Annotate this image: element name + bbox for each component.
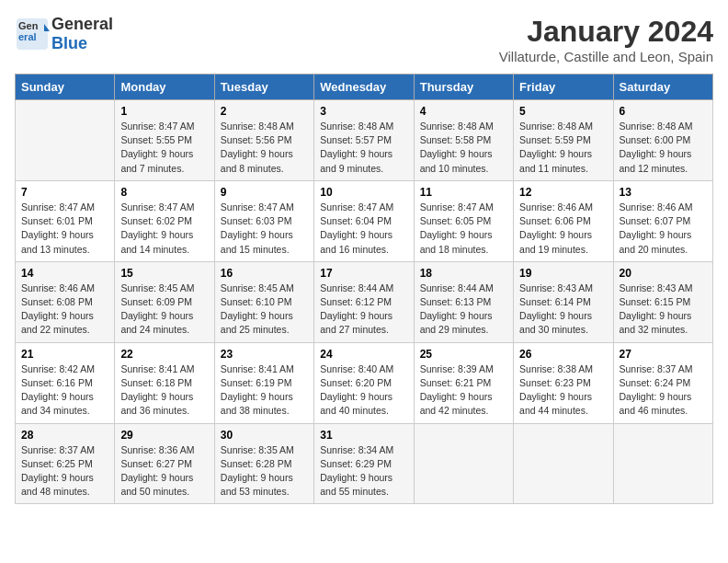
day-detail: Sunrise: 8:47 AMSunset: 5:55 PMDaylight:… <box>120 120 208 176</box>
day-number: 11 <box>420 186 507 199</box>
day-number: 9 <box>221 186 308 199</box>
day-number: 5 <box>519 105 607 118</box>
logo-general: General <box>51 15 113 33</box>
day-number: 14 <box>21 267 108 280</box>
day-detail: Sunrise: 8:39 AMSunset: 6:21 PMDaylight:… <box>420 362 507 419</box>
calendar-cell: 31Sunrise: 8:34 AMSunset: 6:29 PMDayligh… <box>314 423 414 504</box>
day-detail: Sunrise: 8:40 AMSunset: 6:20 PMDaylight:… <box>320 362 407 419</box>
day-detail: Sunrise: 8:41 AMSunset: 6:19 PMDaylight:… <box>221 362 308 419</box>
title-block: January 2024 Villaturde, Castille and Le… <box>499 15 713 64</box>
day-number: 13 <box>620 186 707 199</box>
day-detail: Sunrise: 8:47 AMSunset: 6:03 PMDaylight:… <box>221 201 308 257</box>
day-detail: Sunrise: 8:44 AMSunset: 6:12 PMDaylight:… <box>320 282 407 338</box>
calendar-body: 1Sunrise: 8:47 AMSunset: 5:55 PMDaylight… <box>16 100 713 504</box>
day-number: 19 <box>519 267 607 280</box>
day-number: 2 <box>221 105 308 118</box>
calendar-cell: 6Sunrise: 8:48 AMSunset: 6:00 PMDaylight… <box>613 100 712 181</box>
calendar-cell: 21Sunrise: 8:42 AMSunset: 6:16 PMDayligh… <box>16 342 115 423</box>
day-number: 29 <box>120 429 208 442</box>
calendar-cell: 26Sunrise: 8:38 AMSunset: 6:23 PMDayligh… <box>514 342 613 423</box>
day-detail: Sunrise: 8:48 AMSunset: 5:59 PMDaylight:… <box>519 120 607 176</box>
calendar-cell: 19Sunrise: 8:43 AMSunset: 6:14 PMDayligh… <box>514 261 613 342</box>
calendar-cell: 16Sunrise: 8:45 AMSunset: 6:10 PMDayligh… <box>214 261 313 342</box>
calendar-cell: 2Sunrise: 8:48 AMSunset: 5:56 PMDaylight… <box>214 100 313 181</box>
day-number: 21 <box>21 348 108 361</box>
day-detail: Sunrise: 8:46 AMSunset: 6:08 PMDaylight:… <box>21 282 108 338</box>
calendar-cell: 7Sunrise: 8:47 AMSunset: 6:01 PMDaylight… <box>16 180 115 261</box>
calendar-cell: 3Sunrise: 8:48 AMSunset: 5:57 PMDaylight… <box>314 100 414 181</box>
day-number: 28 <box>21 429 108 442</box>
day-number: 18 <box>420 267 507 280</box>
day-detail: Sunrise: 8:48 AMSunset: 6:00 PMDaylight:… <box>620 120 707 176</box>
day-number: 24 <box>320 348 407 361</box>
calendar-cell: 30Sunrise: 8:35 AMSunset: 6:28 PMDayligh… <box>214 423 313 504</box>
calendar-cell: 9Sunrise: 8:47 AMSunset: 6:03 PMDaylight… <box>214 180 313 261</box>
header-saturday: Saturday <box>613 75 712 100</box>
day-number: 25 <box>420 348 507 361</box>
day-number: 20 <box>620 267 707 280</box>
calendar-cell: 24Sunrise: 8:40 AMSunset: 6:20 PMDayligh… <box>314 342 414 423</box>
day-detail: Sunrise: 8:36 AMSunset: 6:27 PMDaylight:… <box>120 443 208 500</box>
day-detail: Sunrise: 8:48 AMSunset: 5:58 PMDaylight:… <box>420 120 507 176</box>
header-tuesday: Tuesday <box>214 75 313 100</box>
day-detail: Sunrise: 8:47 AMSunset: 6:05 PMDaylight:… <box>420 201 507 257</box>
header-wednesday: Wednesday <box>314 75 414 100</box>
header-monday: Monday <box>115 75 214 100</box>
day-number: 8 <box>120 186 208 199</box>
header-sunday: Sunday <box>16 75 115 100</box>
day-detail: Sunrise: 8:41 AMSunset: 6:18 PMDaylight:… <box>120 362 208 419</box>
calendar-cell <box>613 423 712 504</box>
day-detail: Sunrise: 8:44 AMSunset: 6:13 PMDaylight:… <box>420 282 507 338</box>
week-row-2: 14Sunrise: 8:46 AMSunset: 6:08 PMDayligh… <box>16 261 713 342</box>
calendar-cell: 17Sunrise: 8:44 AMSunset: 6:12 PMDayligh… <box>314 261 414 342</box>
day-detail: Sunrise: 8:35 AMSunset: 6:28 PMDaylight:… <box>221 443 308 500</box>
calendar-cell: 15Sunrise: 8:45 AMSunset: 6:09 PMDayligh… <box>115 261 214 342</box>
day-detail: Sunrise: 8:37 AMSunset: 6:25 PMDaylight:… <box>21 443 108 500</box>
week-row-4: 28Sunrise: 8:37 AMSunset: 6:25 PMDayligh… <box>16 423 713 504</box>
calendar-cell: 4Sunrise: 8:48 AMSunset: 5:58 PMDaylight… <box>414 100 513 181</box>
calendar-cell <box>514 423 613 504</box>
calendar-cell: 29Sunrise: 8:36 AMSunset: 6:27 PMDayligh… <box>115 423 214 504</box>
calendar-cell: 10Sunrise: 8:47 AMSunset: 6:04 PMDayligh… <box>314 180 414 261</box>
calendar-cell: 8Sunrise: 8:47 AMSunset: 6:02 PMDaylight… <box>115 180 214 261</box>
week-row-0: 1Sunrise: 8:47 AMSunset: 5:55 PMDaylight… <box>16 100 713 181</box>
page-header: Gen eral General Blue January 2024 Villa… <box>15 15 713 64</box>
day-number: 12 <box>519 186 607 199</box>
day-detail: Sunrise: 8:45 AMSunset: 6:09 PMDaylight:… <box>120 282 208 338</box>
day-detail: Sunrise: 8:42 AMSunset: 6:16 PMDaylight:… <box>21 362 108 419</box>
day-number: 6 <box>620 105 707 118</box>
sub-title: Villaturde, Castille and Leon, Spain <box>499 49 713 64</box>
day-number: 10 <box>320 186 407 199</box>
day-number: 26 <box>519 348 607 361</box>
svg-text:eral: eral <box>18 31 37 42</box>
main-title: January 2024 <box>499 15 713 49</box>
header-row: SundayMondayTuesdayWednesdayThursdayFrid… <box>16 75 713 100</box>
day-number: 16 <box>221 267 308 280</box>
day-detail: Sunrise: 8:34 AMSunset: 6:29 PMDaylight:… <box>320 443 407 500</box>
calendar-cell: 5Sunrise: 8:48 AMSunset: 5:59 PMDaylight… <box>514 100 613 181</box>
calendar-cell: 14Sunrise: 8:46 AMSunset: 6:08 PMDayligh… <box>16 261 115 342</box>
day-detail: Sunrise: 8:47 AMSunset: 6:02 PMDaylight:… <box>120 201 208 257</box>
calendar-cell: 1Sunrise: 8:47 AMSunset: 5:55 PMDaylight… <box>115 100 214 181</box>
day-number: 4 <box>420 105 507 118</box>
day-detail: Sunrise: 8:48 AMSunset: 5:57 PMDaylight:… <box>320 120 407 176</box>
calendar-cell <box>16 100 115 181</box>
calendar-cell: 25Sunrise: 8:39 AMSunset: 6:21 PMDayligh… <box>414 342 513 423</box>
day-detail: Sunrise: 8:43 AMSunset: 6:14 PMDaylight:… <box>519 282 607 338</box>
header-friday: Friday <box>514 75 613 100</box>
day-detail: Sunrise: 8:48 AMSunset: 5:56 PMDaylight:… <box>221 120 308 176</box>
calendar-cell: 11Sunrise: 8:47 AMSunset: 6:05 PMDayligh… <box>414 180 513 261</box>
calendar-cell: 20Sunrise: 8:43 AMSunset: 6:15 PMDayligh… <box>613 261 712 342</box>
day-number: 23 <box>221 348 308 361</box>
day-number: 15 <box>120 267 208 280</box>
day-detail: Sunrise: 8:46 AMSunset: 6:06 PMDaylight:… <box>519 201 607 257</box>
day-number: 30 <box>221 429 308 442</box>
calendar-cell: 23Sunrise: 8:41 AMSunset: 6:19 PMDayligh… <box>214 342 313 423</box>
calendar-table: SundayMondayTuesdayWednesdayThursdayFrid… <box>15 74 713 504</box>
day-number: 1 <box>120 105 208 118</box>
calendar-cell: 18Sunrise: 8:44 AMSunset: 6:13 PMDayligh… <box>414 261 513 342</box>
day-detail: Sunrise: 8:46 AMSunset: 6:07 PMDaylight:… <box>620 201 707 257</box>
day-detail: Sunrise: 8:47 AMSunset: 6:01 PMDaylight:… <box>21 201 108 257</box>
day-number: 22 <box>120 348 208 361</box>
day-detail: Sunrise: 8:38 AMSunset: 6:23 PMDaylight:… <box>519 362 607 419</box>
